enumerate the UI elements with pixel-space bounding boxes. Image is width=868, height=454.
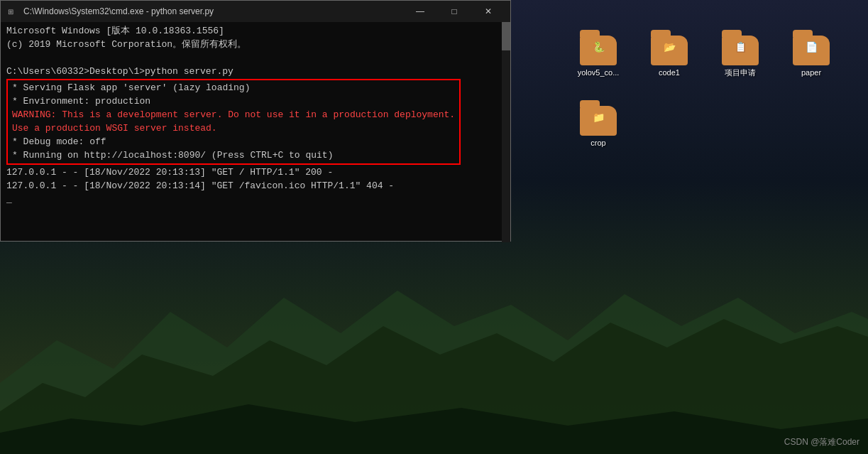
warning-line-1: WARNING: This is a development server. D… — [12, 109, 455, 122]
access-line-1: 127.0.0.1 - - [18/Nov/2022 20:13:13] "GE… — [6, 166, 505, 180]
flask-output-box: * Serving Flask app 'server' (lazy loadi… — [6, 79, 461, 165]
access-line-2: 127.0.0.1 - - [18/Nov/2022 20:13:14] "GE… — [6, 180, 505, 193]
desktop-icon-crop[interactable]: 📁 crop — [570, 106, 627, 148]
minimize-button[interactable]: — — [404, 1, 436, 22]
flask-line-4: * Running on http://localhost:8090/ (Pre… — [12, 149, 455, 163]
window-controls: — □ ✕ — [404, 1, 505, 22]
scrollbar-thumb[interactable] — [502, 22, 510, 50]
desktop-icon-yolov5[interactable]: 🐍 yolov5_co... — [570, 36, 627, 77]
cmd-app-icon: ⊞ — [6, 6, 18, 17]
svg-text:⊞: ⊞ — [8, 8, 13, 16]
scrollbar[interactable] — [502, 22, 510, 242]
desktop-icon-paper[interactable]: 📄 paper — [783, 36, 840, 77]
desktop-icons-area: 🐍 yolov5_co... 📁 crop 📂 code1 — [570, 36, 840, 148]
desktop-wallpaper — [0, 255, 868, 454]
terminal-content: Microsoft Windows [版本 10.0.18363.1556] (… — [1, 22, 510, 241]
terminal-line-2: (c) 2019 Microsoft Corporation。保留所有权利。 — [6, 38, 505, 52]
terminal-line-3 — [6, 52, 505, 65]
warning-line-2: Use a production WSGI server instead. — [12, 122, 455, 136]
cmd-titlebar: ⊞ C:\Windows\System32\cmd.exe - python s… — [1, 1, 510, 22]
terminal-line-4: C:\Users\60332>Desktop\1>python server.p… — [6, 65, 505, 79]
desktop-icon-code1[interactable]: 📂 code1 — [641, 36, 698, 77]
flask-line-2: * Environment: production — [12, 95, 455, 109]
csdn-watermark: CSDN @落难Coder — [784, 436, 859, 448]
flask-line-1: * Serving Flask app 'server' (lazy loadi… — [12, 82, 455, 95]
cmd-title: C:\Windows\System32\cmd.exe - python ser… — [23, 6, 398, 16]
terminal-line-1: Microsoft Windows [版本 10.0.18363.1556] — [6, 25, 505, 38]
desktop-icon-project[interactable]: 📋 项目申请 — [712, 36, 769, 77]
flask-line-3: * Debug mode: off — [12, 136, 455, 149]
cmd-window: ⊞ C:\Windows\System32\cmd.exe - python s… — [0, 0, 511, 242]
cursor-line: _ — [6, 193, 505, 207]
maximize-button[interactable]: □ — [438, 1, 471, 22]
close-button[interactable]: ✕ — [472, 1, 505, 22]
